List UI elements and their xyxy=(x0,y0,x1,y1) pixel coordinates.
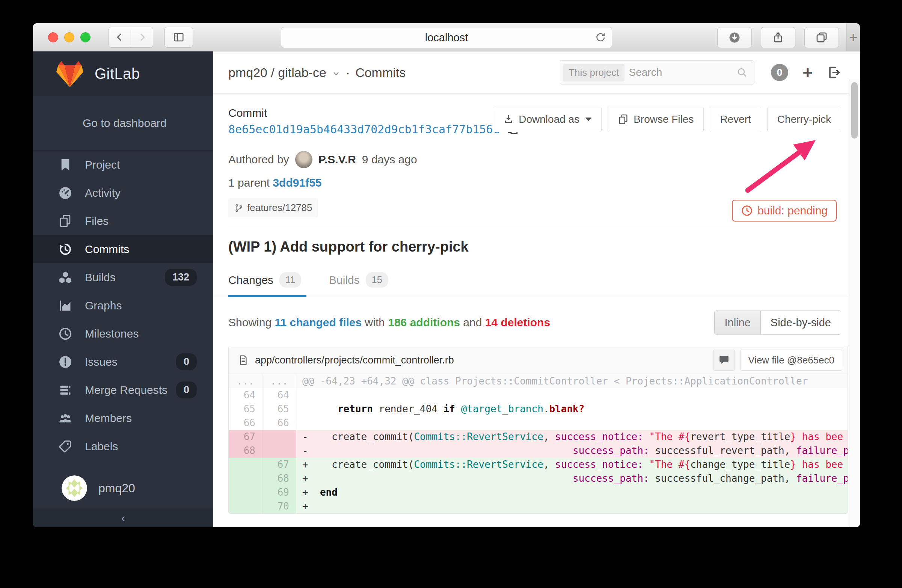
new-project-button[interactable]: + xyxy=(802,64,813,81)
diff-code-line: + create_commit(Commits::RevertService, … xyxy=(296,458,847,472)
diff-new-line-number[interactable] xyxy=(263,430,296,444)
sidebar-item-label: Builds xyxy=(85,271,116,284)
view-file-button[interactable]: View file @8e65ec0 xyxy=(740,350,842,371)
sidebar-item-label: Milestones xyxy=(85,327,139,340)
authored-by-label: Authored by xyxy=(228,153,289,166)
sidebar-toggle-button[interactable] xyxy=(164,27,193,48)
diff-new-line-number[interactable]: 67 xyxy=(263,458,296,472)
sidebar: GitLab Go to dashboard ProjectActivityFi… xyxy=(33,52,213,527)
diff-new-line-number[interactable]: 66 xyxy=(263,416,296,430)
author-avatar[interactable] xyxy=(295,151,312,168)
minimize-window-button[interactable] xyxy=(64,32,74,42)
sidebar-item-merge-requests[interactable]: Merge Requests0 xyxy=(33,376,213,404)
inline-toggle-button[interactable]: Inline xyxy=(714,311,760,335)
comment-button[interactable] xyxy=(713,350,735,371)
sidebar-badge: 132 xyxy=(165,269,197,286)
gauge-icon xyxy=(57,185,74,201)
sidebar-item-members[interactable]: Members xyxy=(33,404,213,432)
breadcrumb-section: Commits xyxy=(355,65,406,80)
diff-old-line-number[interactable]: 65 xyxy=(229,402,263,416)
diff-new-line-number[interactable]: 69 xyxy=(263,485,296,499)
sidebar-item-activity[interactable]: Activity xyxy=(33,179,213,207)
sidebar-item-project[interactable]: Project xyxy=(33,150,213,179)
file-path[interactable]: app/controllers/projects/commit_controll… xyxy=(255,355,454,366)
sidebar-item-builds[interactable]: Builds132 xyxy=(33,263,213,291)
diff-new-line-number[interactable]: 70 xyxy=(263,499,296,513)
tab-changes[interactable]: Changes11 xyxy=(228,272,307,297)
author-name[interactable]: P.S.V.R xyxy=(318,153,356,166)
diff-old-line-number[interactable] xyxy=(229,485,263,499)
download-icon xyxy=(503,114,514,125)
new-tab-button[interactable]: + xyxy=(846,23,860,51)
scrollbar-thumb[interactable] xyxy=(851,82,858,139)
forward-button[interactable] xyxy=(131,27,153,48)
diff-old-line-number[interactable]: 66 xyxy=(229,416,263,430)
downloads-button[interactable] xyxy=(717,27,752,48)
sidebar-badge: 0 xyxy=(176,382,197,399)
diff-new-line-number[interactable]: 68 xyxy=(263,472,296,485)
diff-new-line-number[interactable] xyxy=(263,444,296,458)
download-as-button[interactable]: Download as xyxy=(493,106,601,132)
deletions-count: 14 deletions xyxy=(485,316,550,328)
search-input[interactable]: This project Search xyxy=(560,61,755,84)
diff-new-line-number[interactable]: 64 xyxy=(263,388,296,402)
sidebar-panel-icon xyxy=(173,31,185,43)
brand-name: GitLab xyxy=(95,65,140,82)
tab-builds[interactable]: Builds15 xyxy=(329,272,393,297)
diff-old-line-number[interactable] xyxy=(229,499,263,513)
diff-new-line-number[interactable]: ... xyxy=(263,374,296,388)
page-scrollbar[interactable] xyxy=(849,79,860,527)
browser-titlebar: localhost + xyxy=(33,23,860,52)
tab-label: Builds xyxy=(329,274,360,286)
sign-out-icon xyxy=(826,65,841,80)
chevron-down-icon[interactable] xyxy=(332,69,341,78)
diff-old-line-number[interactable] xyxy=(229,472,263,485)
avatar xyxy=(61,475,87,501)
sidebar-item-issues[interactable]: Issues0 xyxy=(33,348,213,376)
browse-files-button[interactable]: Browse Files xyxy=(608,106,704,132)
files-icon xyxy=(57,213,74,230)
sidebar-user[interactable]: pmq20 xyxy=(33,469,213,508)
diff-new-line-number[interactable]: 65 xyxy=(263,402,296,416)
close-window-button[interactable] xyxy=(48,32,58,42)
sidebar-item-labels[interactable]: Labels xyxy=(33,432,213,460)
tab-overview-button[interactable] xyxy=(804,27,839,48)
tab-label: Changes xyxy=(228,274,273,286)
sidebar-user-name: pmq20 xyxy=(99,482,135,495)
diff-old-line-number[interactable]: ... xyxy=(229,374,263,388)
side-by-side-toggle-button[interactable]: Side-by-side xyxy=(761,311,841,335)
gitlab-brand[interactable]: GitLab xyxy=(33,52,213,96)
sidebar-item-files[interactable]: Files xyxy=(33,207,213,235)
cherry-pick-button[interactable]: Cherry-pick xyxy=(767,106,841,132)
sidebar-item-milestones[interactable]: Milestones xyxy=(33,319,213,348)
diff-old-line-number[interactable]: 64 xyxy=(229,388,263,402)
address-bar[interactable]: localhost xyxy=(281,27,612,48)
diff-code-line xyxy=(296,388,847,402)
sidebar-item-graphs[interactable]: Graphs xyxy=(33,291,213,319)
diff-old-line-number[interactable]: 68 xyxy=(229,444,263,458)
diff-table: ......@@ -64,23 +64,32 @@ class Projects… xyxy=(229,374,847,513)
build-status-badge[interactable]: build: pending xyxy=(732,200,837,222)
go-to-dashboard-link[interactable]: Go to dashboard xyxy=(33,96,213,150)
share-button[interactable] xyxy=(761,27,796,48)
parent-sha-link[interactable]: 3dd91f55 xyxy=(272,177,321,189)
branch-tag[interactable]: features/12785 xyxy=(228,198,318,217)
breadcrumb-separator: · xyxy=(346,65,350,80)
stack-icon xyxy=(57,382,74,399)
breadcrumb-project[interactable]: pmq20 / gitlab-ce xyxy=(228,65,326,80)
zoom-window-button[interactable] xyxy=(80,32,91,42)
titlebar-right-buttons xyxy=(717,27,839,48)
diff-old-line-number[interactable]: 67 xyxy=(229,430,263,444)
back-button[interactable] xyxy=(108,27,131,48)
sidebar-badge: 0 xyxy=(176,353,197,370)
changed-files-link[interactable]: 11 changed files xyxy=(274,316,362,328)
sidebar-item-commits[interactable]: Commits xyxy=(33,235,213,263)
revert-button[interactable]: Revert xyxy=(710,106,761,132)
clock-icon xyxy=(57,325,74,342)
reload-button[interactable] xyxy=(595,31,606,44)
diff-old-line-number[interactable] xyxy=(229,458,263,472)
todo-count-badge[interactable]: 0 xyxy=(771,64,788,81)
sign-out-button[interactable] xyxy=(826,65,841,80)
sidebar-item-label: Issues xyxy=(85,356,117,368)
sidebar-collapse-button[interactable]: ‹ xyxy=(33,508,213,527)
